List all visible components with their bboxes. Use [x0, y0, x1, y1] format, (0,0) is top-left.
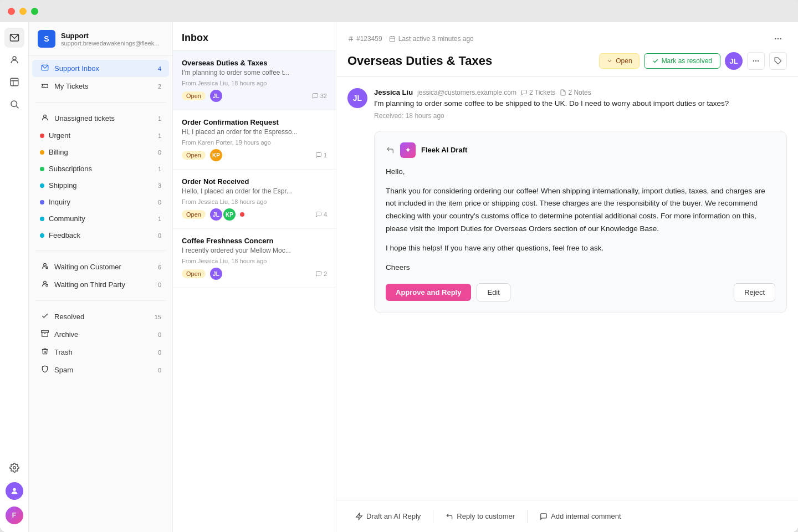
urgent-dot: [40, 134, 44, 138]
waiting-customer-label: Waiting on Customer: [54, 263, 148, 271]
reply-to-customer-button[interactable]: Reply to customer: [438, 508, 523, 524]
close-button[interactable]: [8, 8, 15, 15]
reply-bar: Draft an AI Reply Reply to customer Add …: [336, 500, 798, 532]
nav-sidebar: S Support support.brewedawakenings@fleek…: [29, 22, 173, 532]
assignee-avatar[interactable]: JL: [725, 52, 743, 70]
ai-draft-author: Fleek AI Draft: [421, 146, 467, 154]
ticket-title: Overseas Duties & Taxes: [347, 54, 492, 68]
mark-resolved-button[interactable]: Mark as resolved: [644, 53, 720, 69]
message-text: I'm planning to order some coffee to be …: [374, 98, 787, 110]
svg-point-11: [44, 263, 47, 266]
ticket-item[interactable]: Order Confirmation Request Hi, I placed …: [173, 110, 336, 170]
fleek-icon-btn[interactable]: F: [6, 507, 23, 524]
ai-draft-body: Hello, Thank you for considering orderin…: [386, 166, 775, 275]
svg-marker-34: [356, 513, 362, 520]
sidebar-item-billing[interactable]: Billing 0: [32, 144, 169, 160]
maximize-button[interactable]: [31, 8, 38, 15]
sidebar-item-spam[interactable]: Spam 0: [32, 361, 169, 378]
last-active-text: Last active 3 minutes ago: [398, 35, 474, 43]
nav-waiting-section: Waiting on Customer 6 Waiting on Third P…: [29, 254, 172, 297]
sidebar-item-subscriptions[interactable]: Subscriptions 1: [32, 161, 169, 177]
urgent-count: 1: [152, 132, 161, 139]
waiting-third-party-count: 0: [152, 282, 161, 288]
avatar: JL: [210, 208, 222, 221]
sidebar-item-archive[interactable]: Archive 0: [32, 326, 169, 343]
ticket-count-meta: 2 Tickets: [521, 89, 555, 96]
svg-point-7: [13, 467, 16, 469]
sidebar-item-trash[interactable]: Trash 0: [32, 344, 169, 361]
sidebar-item-shipping[interactable]: Shipping 3: [32, 177, 169, 193]
ticket-subject: Overseas Duties & Taxes: [182, 59, 327, 67]
archive-count: 0: [152, 331, 161, 338]
inbox-icon-btn[interactable]: [4, 28, 24, 48]
workspace-name: Support: [61, 32, 163, 40]
tag-button[interactable]: [769, 52, 787, 70]
main-content: #123459 Last active 3 minutes ago Overse…: [336, 22, 798, 532]
more-options-button[interactable]: [769, 30, 787, 48]
search-icon-btn[interactable]: [4, 94, 24, 114]
sidebar-item-community[interactable]: Community 1: [32, 211, 169, 227]
reject-draft-button[interactable]: Reject: [734, 283, 775, 301]
actions-more-button[interactable]: [747, 52, 765, 70]
message-body: Jessica Liu jessica@customers.example.co…: [374, 88, 787, 120]
ticket-preview: Hello, I placed an order for the Espr...: [182, 187, 327, 195]
ticket-preview: I recently ordered your Mellow Moc...: [182, 247, 327, 254]
spam-icon: [40, 365, 50, 375]
approve-reply-button[interactable]: Approve and Reply: [386, 284, 471, 301]
ticket-footer: Open JL 2: [182, 268, 327, 280]
resolved-count: 15: [152, 314, 161, 320]
edit-draft-button[interactable]: Edit: [477, 283, 510, 301]
workspace-email: support.brewedawakenings@fleek...: [61, 40, 163, 47]
feedback-label: Feedback: [49, 231, 148, 239]
svg-point-5: [11, 101, 17, 107]
nav-categories-section: Unassigned tickets 1 Urgent 1 Billing 0 …: [29, 106, 172, 247]
workspace-icon: S: [38, 30, 55, 48]
sidebar-item-waiting-customer[interactable]: Waiting on Customer 6: [32, 258, 169, 275]
add-internal-comment-button[interactable]: Add internal comment: [532, 508, 628, 524]
ticket-id-row: #123459 Last active 3 minutes ago: [347, 30, 787, 48]
minimize-button[interactable]: [19, 8, 27, 15]
ticket-list-body: Overseas Duties & Taxes I'm planning to …: [173, 51, 336, 532]
draft-ai-reply-button[interactable]: Draft an AI Reply: [347, 508, 428, 524]
svg-point-30: [753, 60, 754, 62]
ticket-item[interactable]: Overseas Duties & Taxes I'm planning to …: [173, 51, 336, 110]
orders-icon-btn[interactable]: [4, 72, 24, 92]
sidebar-item-waiting-third-party[interactable]: Waiting on Third Party 0: [32, 276, 169, 293]
sidebar-item-inquiry[interactable]: Inquiry 0: [32, 194, 169, 210]
billing-label: Billing: [49, 148, 148, 156]
trash-label: Trash: [54, 348, 148, 356]
inquiry-label: Inquiry: [49, 198, 148, 206]
fleek-logo: ✦: [400, 142, 416, 158]
ticket-footer: Open JL 32: [182, 90, 327, 102]
avatar: KP: [223, 208, 236, 221]
open-status-button[interactable]: Open: [599, 53, 639, 69]
status-badge: Open: [182, 269, 206, 278]
sidebar-item-resolved[interactable]: Resolved 15: [32, 308, 169, 325]
customer-message: JL Jessica Liu jessica@customers.example…: [347, 88, 787, 120]
urgent-indicator: [240, 212, 244, 217]
ticket-item[interactable]: Order Not Received Hello, I placed an or…: [173, 170, 336, 229]
shipping-count: 3: [152, 182, 161, 189]
svg-point-1: [13, 57, 16, 60]
notes-meta: 2 Notes: [560, 89, 591, 96]
sidebar-item-feedback[interactable]: Feedback 0: [32, 227, 169, 243]
my-tickets-count: 2: [152, 83, 161, 90]
trash-icon: [40, 347, 50, 357]
contacts-icon-btn[interactable]: [4, 50, 24, 70]
sidebar-item-urgent[interactable]: Urgent 1: [32, 127, 169, 144]
svg-point-28: [777, 38, 779, 40]
svg-rect-2: [11, 78, 18, 86]
sidebar-item-unassigned[interactable]: Unassigned tickets 1: [32, 110, 169, 127]
sidebar-item-support-inbox[interactable]: Support Inbox 4: [32, 60, 169, 77]
sidebar-item-my-tickets[interactable]: My Tickets 2: [32, 78, 169, 95]
ticket-title-row: Overseas Duties & Taxes Open Mark as res…: [347, 52, 787, 70]
subscriptions-dot: [40, 167, 44, 171]
svg-point-16: [46, 284, 48, 287]
profile-icon-btn[interactable]: [6, 482, 23, 500]
ai-draft-actions: Approve and Reply Edit Reject: [386, 283, 775, 301]
ticket-meta: From Jessica Liu, 18 hours ago: [182, 80, 327, 86]
ai-draft-header: ✦ Fleek AI Draft: [386, 142, 775, 158]
ticket-footer: Open KP 1: [182, 149, 327, 161]
settings-icon-btn[interactable]: [4, 458, 24, 478]
ticket-item[interactable]: Coffee Freshness Concern I recently orde…: [173, 229, 336, 288]
